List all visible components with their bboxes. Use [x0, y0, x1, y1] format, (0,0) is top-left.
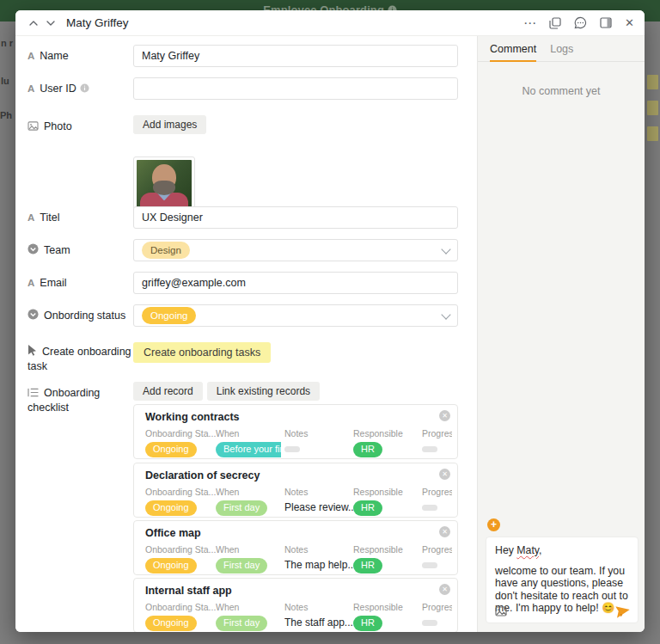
- comment-tabs: Comment Logs: [478, 36, 645, 62]
- record-detail-modal: Maty Griffey ⋯ ✕ AName Maty Griffey AUse…: [15, 10, 645, 632]
- record-fields-pane: AName Maty Griffey AUser ID Photo Add im…: [15, 36, 477, 632]
- checklist-card-internal-staff-app[interactable]: Internal staff app ✕ Onboarding Sta... W…: [133, 578, 458, 632]
- chevron-down-icon: [441, 310, 450, 319]
- status-pill: Ongoing: [145, 558, 197, 573]
- empty-progress-value: [422, 505, 437, 511]
- dimmed-bg-text: lu: [1, 76, 9, 86]
- checklist-card-working-contracts[interactable]: Working contracts ✕ Onboarding Sta... Wh…: [133, 404, 458, 459]
- empty-progress-value: [422, 562, 437, 568]
- card-title[interactable]: Office map: [145, 527, 201, 539]
- status-pill: Ongoing: [145, 500, 197, 516]
- image-field-icon: [28, 120, 39, 134]
- button-field-icon: [28, 345, 37, 359]
- card-title[interactable]: Declaration of secrecy: [145, 469, 260, 481]
- card-col-progress: Progress: [422, 487, 452, 497]
- checklist-card-office-map[interactable]: Office map ✕ Onboarding Sta... When Note…: [133, 520, 458, 575]
- portrait-maty: [137, 160, 192, 209]
- comment-input[interactable]: Hey Maty, welcome to our team. If you ha…: [486, 537, 639, 623]
- card-col-responsible: Responsible: [353, 544, 422, 555]
- status-field-label: Onbording status: [28, 304, 133, 323]
- field-row-photo: Photo Add images: [28, 115, 458, 212]
- chevron-down-icon: [46, 21, 55, 26]
- card-col-status: Onboarding Sta...: [145, 428, 216, 439]
- linked-records-field-icon: [28, 387, 39, 401]
- attach-image-icon[interactable]: [495, 606, 507, 616]
- user-id-field-label: AUser ID: [28, 77, 133, 95]
- user-id-input[interactable]: [133, 77, 458, 100]
- send-comment-icon[interactable]: [616, 605, 630, 617]
- card-col-status: Onboarding Sta...: [145, 602, 216, 612]
- remove-record-icon[interactable]: ✕: [439, 584, 450, 595]
- empty-progress-value: [422, 446, 437, 452]
- next-record-button[interactable]: [43, 15, 58, 30]
- onboarding-status-select[interactable]: Ongoing: [133, 304, 458, 327]
- misspelled-word: Maty: [516, 544, 539, 556]
- notes-value: The map help...: [284, 559, 353, 571]
- create-task-field-label: Create onboarding task: [28, 340, 133, 373]
- dimmed-bg-cell: [647, 101, 658, 115]
- close-icon[interactable]: ✕: [625, 17, 634, 28]
- comment-greeting: Hey Maty,: [495, 544, 629, 557]
- email-input[interactable]: griffey@example.com: [133, 272, 458, 294]
- remove-record-icon[interactable]: ✕: [439, 526, 450, 537]
- checklist-field-label: Onboarding checklist: [28, 382, 133, 414]
- team-value-pill: Design: [142, 242, 190, 258]
- card-col-responsible: Responsible: [353, 602, 422, 612]
- previous-record-button[interactable]: [26, 15, 40, 30]
- field-row-titel: ATitel UX Designer: [28, 206, 458, 229]
- card-col-when: When: [216, 602, 284, 612]
- toggle-side-panel-icon[interactable]: [600, 17, 612, 28]
- duplicate-record-icon[interactable]: [549, 17, 561, 29]
- card-col-notes: Notes: [284, 544, 353, 555]
- record-title: Maty Griffey: [66, 16, 129, 29]
- remove-record-icon[interactable]: ✕: [439, 410, 450, 421]
- card-title[interactable]: Internal staff app: [145, 585, 232, 597]
- card-col-notes: Notes: [284, 487, 353, 497]
- no-comment-message: No comment yet: [478, 85, 645, 97]
- text-field-icon: A: [28, 278, 34, 288]
- checklist-card-declaration-of-secrecy[interactable]: Declaration of secrecy ✕ Onboarding Sta.…: [133, 463, 458, 518]
- create-onboarding-tasks-button[interactable]: Create onboarding tasks: [133, 342, 271, 363]
- text-field-icon: A: [28, 83, 34, 94]
- card-col-responsible: Responsible: [353, 428, 422, 439]
- photo-thumbnail[interactable]: [133, 156, 195, 212]
- status-value-pill: Ongoing: [142, 307, 196, 323]
- dimmed-bg-text: Ph: [0, 110, 12, 120]
- card-col-notes: Notes: [284, 428, 353, 439]
- status-pill: Ongoing: [145, 442, 197, 457]
- field-row-team: Team Design: [28, 239, 458, 261]
- remove-record-icon[interactable]: ✕: [439, 469, 450, 480]
- when-pill: First day: [216, 500, 267, 516]
- tab-logs[interactable]: Logs: [550, 43, 573, 61]
- when-pill: First day: [216, 558, 267, 573]
- comment-pane: Comment Logs No comment yet + Hey Maty, …: [477, 36, 645, 632]
- card-col-when: When: [216, 544, 284, 555]
- card-col-responsible: Responsible: [353, 487, 422, 497]
- card-col-status: Onboarding Sta...: [145, 544, 216, 555]
- text-field-icon: A: [28, 51, 34, 61]
- card-title[interactable]: Working contracts: [145, 411, 240, 423]
- dimmed-bg-text: n r: [1, 38, 13, 48]
- when-pill: First day: [216, 616, 267, 631]
- add-comment-button[interactable]: +: [487, 518, 500, 531]
- field-row-onboarding-status: Onbording status Ongoing: [28, 304, 458, 327]
- team-field-label: Team: [28, 239, 133, 258]
- status-pill: Ongoing: [145, 616, 197, 631]
- card-col-when: When: [216, 428, 284, 439]
- name-input[interactable]: Maty Griffey: [133, 45, 458, 67]
- titel-input[interactable]: UX Designer: [133, 206, 458, 229]
- add-images-button[interactable]: Add images: [133, 115, 206, 134]
- modal-header: Maty Griffey ⋯ ✕: [15, 10, 645, 36]
- field-row-email: AEmail griffey@example.com: [28, 272, 458, 294]
- comment-bubble-icon[interactable]: [574, 16, 587, 29]
- link-existing-records-button[interactable]: Link existing records: [207, 382, 320, 401]
- add-record-button[interactable]: Add record: [133, 382, 203, 401]
- team-select[interactable]: Design: [133, 239, 458, 261]
- dimmed-bg-cell: [647, 126, 658, 141]
- chevron-down-icon: [441, 244, 450, 254]
- dimmed-bg-cell: [647, 75, 658, 89]
- more-options-icon[interactable]: ⋯: [523, 16, 536, 29]
- info-icon: [80, 83, 89, 93]
- tab-comment[interactable]: Comment: [490, 43, 536, 62]
- photo-field-label: Photo: [28, 115, 133, 134]
